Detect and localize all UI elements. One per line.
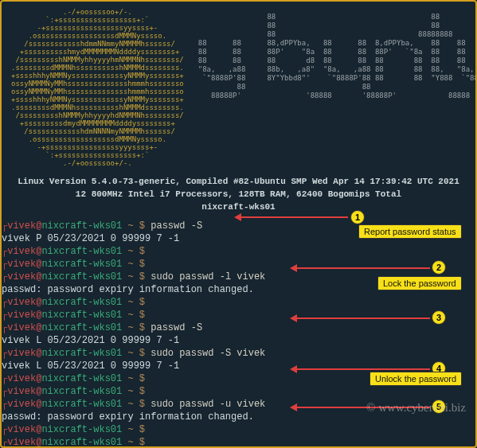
prompt-separator: ~ $ [122,220,151,232]
prompt-separator: ~ $ [122,424,151,435]
prompt-separator: ~ $ [122,259,151,270]
prompt-separator: ~ $ [122,322,151,333]
output-text: vivek L 05/23/2021 0 99999 7 -1 [2,335,179,346]
prompt-line: ┌vivek@nixcraft-wks01 ~ $ passwd -S [2,321,475,334]
ascii-art-row: .-/+oossssoo+/-. `:+ssssssssssssssssss+:… [11,8,466,167]
output-line: vivek L 05/23/2021 0 99999 7 -1 [2,334,475,347]
prompt-host: nixcraft-wks01 [41,322,122,333]
output-text: passwd: password expiry information chan… [2,284,254,295]
prompt-user: ┌vivek [2,386,36,397]
prompt-user: ┌vivek [2,373,36,384]
output-text: vivek L 05/23/2021 0 99999 7 -1 [2,360,179,372]
prompt-line: ┌vivek@nixcraft-wks01 ~ $ [2,245,475,258]
prompt-separator: ~ $ [122,297,151,308]
command-text: sudo passwd -S vivek [151,348,265,359]
prompt-line: ┌vivek@nixcraft-wks01 ~ $ [2,436,475,448]
prompt-user: ┌vivek [2,322,36,333]
prompt-host: nixcraft-wks01 [41,399,122,410]
prompt-user: ┌vivek [2,310,36,321]
prompt-host: nixcraft-wks01 [41,373,122,384]
command-text: sudo passwd -u vivek [151,399,265,410]
prompt-host: nixcraft-wks01 [41,437,122,448]
prompt-separator: ~ $ [122,348,151,359]
prompt-line: ┌vivek@nixcraft-wks01 ~ $ [2,423,475,436]
output-text: passwd: password expiry information chan… [2,411,254,423]
prompt-line: ┌vivek@nixcraft-wks01 ~ $ sudo passwd -l… [2,271,475,283]
prompt-separator: ~ $ [122,399,151,410]
prompt-host: nixcraft-wks01 [41,271,122,282]
command-text: passwd -S [151,322,202,333]
prompt-line: ┌vivek@nixcraft-wks01 ~ $ [2,372,475,385]
kernel-line: Linux Version 5.4.0-73-generic, Compiled… [11,175,466,188]
system-info: Linux Version 5.4.0-73-generic, Compiled… [11,175,466,213]
prompt-user: ┌vivek [2,437,36,448]
prompt-host: nixcraft-wks01 [41,297,122,308]
prompt-line: ┌vivek@nixcraft-wks01 ~ $ [2,385,475,398]
prompt-separator: ~ $ [122,246,151,257]
header-area: .-/+oossssoo+/-. `:+ssssssssssssssssss+:… [2,2,475,220]
prompt-user: ┌vivek [2,297,36,308]
prompt-user: ┌vivek [2,399,36,410]
prompt-host: nixcraft-wks01 [41,310,122,321]
prompt-separator: ~ $ [122,437,151,448]
prompt-host: nixcraft-wks01 [41,386,122,397]
prompt-user: ┌vivek [2,424,36,435]
output-text: vivek P 05/23/2021 0 99999 7 -1 [2,233,179,244]
prompt-user: ┌vivek [2,348,36,359]
hostname-line: nixcraft-wks01 [11,201,466,213]
prompt-host: nixcraft-wks01 [41,220,122,232]
prompt-separator: ~ $ [122,310,151,321]
prompt-separator: ~ $ [122,271,151,282]
prompt-line: ┌vivek@nixcraft-wks01 ~ $ [2,309,475,321]
prompt-separator: ~ $ [122,373,151,384]
prompt-line: ┌vivek@nixcraft-wks01 ~ $ [2,296,475,309]
prompt-user: ┌vivek [2,259,36,270]
output-line: vivek L 05/23/2021 0 99999 7 -1 [2,360,475,372]
ubuntu-ascii-name: 88 88 88 88 88 88888888 88 88 88,dPPYba,… [198,13,477,100]
prompt-host: nixcraft-wks01 [41,348,122,359]
output-line: passwd: password expiry information chan… [2,283,475,296]
command-text: sudo passwd -l vivek [151,271,265,282]
prompt-separator: ~ $ [122,386,151,397]
prompt-host: nixcraft-wks01 [41,424,122,435]
prompt-user: ┌vivek [2,271,36,282]
prompt-line: ┌vivek@nixcraft-wks01 ~ $ sudo passwd -S… [2,347,475,360]
prompt-host: nixcraft-wks01 [41,259,122,270]
output-line: vivek P 05/23/2021 0 99999 7 -1 [2,232,475,245]
prompt-line: ┌vivek@nixcraft-wks01 ~ $ passwd -S [2,220,475,232]
prompt-user: ┌vivek [2,220,36,232]
watermark: © www.cyberciti.biz [366,401,466,415]
command-text: passwd -S [151,220,202,232]
ubuntu-circle-logo: .-/+oossssoo+/-. `:+ssssssssssssssssss+:… [11,8,184,167]
cpu-line: 12 800MHz Intel i7 Processors, 128TB RAM… [11,188,466,201]
prompt-host: nixcraft-wks01 [41,246,122,257]
prompt-user: ┌vivek [2,246,36,257]
prompt-line: ┌vivek@nixcraft-wks01 ~ $ [2,258,475,271]
